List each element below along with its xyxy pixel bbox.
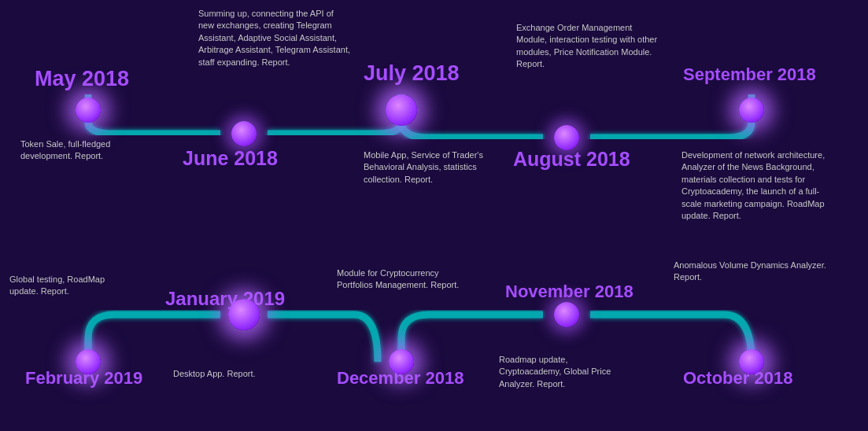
label-oct2018: October 2018 bbox=[683, 368, 792, 389]
node-may2018 bbox=[76, 98, 101, 123]
node-oct2018 bbox=[739, 349, 764, 374]
desc-dec2018: Desktop App. Report. bbox=[173, 368, 256, 380]
desc-may2018: Token Sale, full-fledged development. Re… bbox=[20, 138, 139, 163]
node-jun2018 bbox=[231, 121, 257, 146]
desc-jun2018-top: Summing up, connecting the API of new ex… bbox=[198, 8, 352, 68]
node-sep2018 bbox=[739, 98, 764, 123]
label-jan2019: January 2019 bbox=[165, 288, 285, 310]
desc-jan2019: Module for Cryptocurrency Portfolios Man… bbox=[337, 267, 467, 292]
desc-nov2018: Roadmap update, Cryptoacademy, Global Pr… bbox=[499, 354, 621, 390]
label-jul2018: July 2018 bbox=[364, 61, 460, 86]
desc-jul2018: Mobile App, Service of Trader's Behavior… bbox=[364, 149, 497, 186]
label-aug2018: August 2018 bbox=[513, 148, 630, 171]
label-jun2018: June 2018 bbox=[183, 147, 278, 170]
node-aug2018 bbox=[554, 125, 579, 150]
node-dec2018 bbox=[389, 349, 414, 374]
node-feb2019 bbox=[76, 349, 101, 374]
desc-sep2018: Development of network architecture, Ana… bbox=[681, 149, 839, 222]
desc-feb2019: Global testing, RoadMap update. Report. bbox=[9, 274, 131, 298]
desc-oct2018-top: Anomalous Volume Dynamics Analyzer. Repo… bbox=[674, 260, 827, 284]
node-jan2019 bbox=[228, 299, 260, 330]
label-sep2018: September 2018 bbox=[683, 64, 816, 85]
desc-aug2018-top: Exchange Order Management Module, intera… bbox=[516, 22, 662, 71]
timeline-container: May 2018 June 2018 July 2018 August 2018… bbox=[0, 0, 868, 431]
label-may2018: May 2018 bbox=[35, 67, 129, 91]
node-nov2018 bbox=[554, 302, 579, 327]
label-nov2018: November 2018 bbox=[505, 282, 633, 302]
node-jul2018 bbox=[386, 94, 417, 126]
